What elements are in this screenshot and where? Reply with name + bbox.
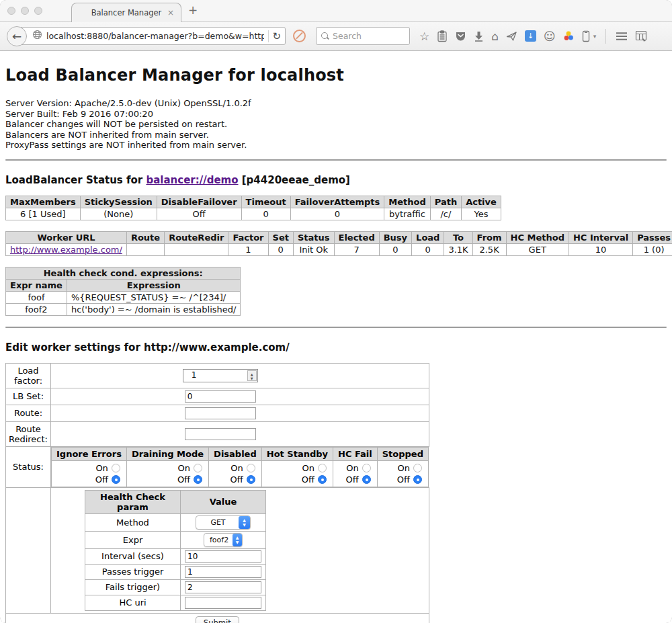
radio-off[interactable] (112, 475, 120, 484)
radio-off[interactable] (247, 475, 255, 484)
fails-input[interactable] (185, 581, 261, 593)
column-header: From (472, 231, 506, 243)
tab-close-icon[interactable]: × (167, 8, 174, 17)
tab-bar: Balancer Manager × + (0, 0, 672, 22)
radio-on[interactable] (362, 464, 371, 472)
status-cell-disabled: On Off (209, 460, 262, 487)
hc-row: HC uri (85, 595, 266, 610)
search-placeholder[interactable]: Search (333, 31, 362, 41)
cell-hc-interval: 10 (569, 243, 632, 255)
expr-label: Expr (85, 531, 181, 548)
cell-maxmembers: 6 [1 Used] (6, 208, 81, 220)
radio-off-label: Off (397, 474, 410, 485)
table-title-row: Health check cond. expressions: (6, 267, 241, 279)
lb-set-label: LB Set: (6, 388, 51, 405)
tab-title: Balancer Manager (91, 8, 162, 17)
radio-off[interactable] (194, 475, 202, 484)
tab-balancer-manager[interactable]: Balancer Manager × (71, 3, 181, 22)
radio-on[interactable] (413, 464, 422, 472)
chevron-down-icon[interactable]: ▾ (593, 33, 597, 40)
radio-off[interactable] (413, 475, 422, 484)
cell-set: 0 (268, 243, 293, 255)
device-icon[interactable] (582, 30, 590, 42)
download-arrow-icon[interactable] (474, 31, 484, 42)
clipboard-icon[interactable] (437, 30, 448, 42)
heading-prefix: LoadBalancer Status for (5, 174, 146, 186)
toolbar-icons: ☆ ⌂ ↓ ☺ ▾ (419, 29, 647, 44)
balancer-status-table: MaxMembers StickySession DisableFailover… (5, 196, 501, 220)
content-blocked-icon[interactable] (293, 30, 306, 42)
hc-uri-label: HC uri (85, 595, 181, 610)
load-factor-input[interactable] (190, 370, 251, 381)
form-row: Route Redirect: (6, 421, 429, 446)
column-header: Hot Standby (261, 447, 333, 460)
radio-on[interactable] (194, 464, 202, 472)
color-dots-icon[interactable] (563, 30, 575, 42)
hc-uri-input[interactable] (185, 597, 261, 609)
urlbar-divider (268, 30, 269, 42)
back-button[interactable]: ← (7, 26, 27, 46)
new-tab-button[interactable]: + (188, 3, 198, 17)
route-label: Route: (6, 405, 51, 421)
radio-on[interactable] (247, 464, 255, 472)
url-bar[interactable]: localhost:8880/balancer-manager?b=demo&w… (17, 27, 286, 45)
lb-set-input[interactable] (185, 390, 256, 403)
column-header: Active (462, 196, 501, 208)
sidebar-grid-icon[interactable] (635, 30, 647, 42)
search-bar[interactable]: Search (316, 27, 410, 45)
toolbar-separator (605, 29, 606, 44)
column-header: Expr name (6, 279, 67, 291)
route-redirect-input[interactable] (185, 428, 256, 440)
cell-stickysession: (None) (80, 208, 157, 220)
status-cell-ignore-errors: On Off (52, 460, 127, 487)
radio-off[interactable] (318, 475, 327, 484)
form-row-health-check: Health Check param Value Method GET▲▼ Ex… (6, 487, 429, 613)
menu-hamburger-icon[interactable] (616, 32, 628, 41)
route-input[interactable] (185, 407, 256, 419)
worker-settings-form: Load factor: ▲▼ LB Set: Route: Route Red… (5, 363, 429, 623)
cell-load: 0 (412, 243, 444, 255)
radio-on-label: On (230, 463, 243, 473)
cell-method: bytraffic (384, 208, 430, 220)
status-cell-hot-standby: On Off (261, 460, 333, 487)
table-header-row: Worker URL Route RouteRedir Factor Set S… (6, 231, 672, 243)
send-icon[interactable] (506, 31, 517, 42)
radio-on[interactable] (318, 464, 327, 472)
reload-icon[interactable]: ↻ (272, 31, 281, 42)
expr-select[interactable]: foof2▲▼ (204, 533, 243, 547)
minimize-window-button[interactable] (21, 7, 29, 15)
smiley-icon[interactable]: ☺ (544, 30, 556, 42)
method-select[interactable]: GET▲▼ (196, 515, 251, 530)
radio-off[interactable] (362, 475, 371, 484)
column-header: To (444, 231, 472, 243)
radio-on-label: On (398, 463, 410, 473)
method-label: Method (85, 513, 181, 531)
radio-on[interactable] (112, 464, 120, 472)
pocket-icon[interactable] (455, 30, 466, 42)
balancer-link[interactable]: balancer://demo (146, 174, 238, 186)
passes-input[interactable] (185, 566, 261, 578)
divider (5, 327, 667, 328)
hc-row: Fails trigger) (85, 579, 266, 595)
interval-input[interactable] (185, 550, 261, 563)
worker-url-link[interactable]: http://www.example.com/ (10, 245, 122, 255)
bookmark-star-icon[interactable]: ☆ (419, 30, 429, 42)
zoom-window-button[interactable] (34, 7, 42, 15)
page-content: Load Balancer Manager for localhost Serv… (0, 51, 672, 623)
number-spinner-icon[interactable]: ▲▼ (247, 370, 257, 381)
close-window-button[interactable] (7, 7, 15, 15)
url-text[interactable]: localhost:8880/balancer-manager?b=demo&w… (46, 31, 264, 41)
expr-name: foof (6, 291, 67, 303)
home-icon[interactable]: ⌂ (491, 30, 499, 42)
select-stepper-icon: ▲▼ (239, 516, 250, 529)
download-panel-icon[interactable]: ↓ (525, 30, 536, 42)
table-header-row: MaxMembers StickySession DisableFailover… (6, 196, 501, 208)
radio-off-label: Off (177, 474, 190, 485)
status-table: Ignore Errors Draining Mode Disabled Hot… (51, 447, 429, 487)
expr-name: foof2 (6, 303, 67, 315)
column-header: Passes (633, 231, 672, 243)
form-row: Load factor: ▲▼ (6, 363, 429, 388)
column-header: Load (412, 231, 444, 243)
window-controls (7, 7, 42, 15)
submit-button[interactable]: Submit (196, 616, 239, 623)
